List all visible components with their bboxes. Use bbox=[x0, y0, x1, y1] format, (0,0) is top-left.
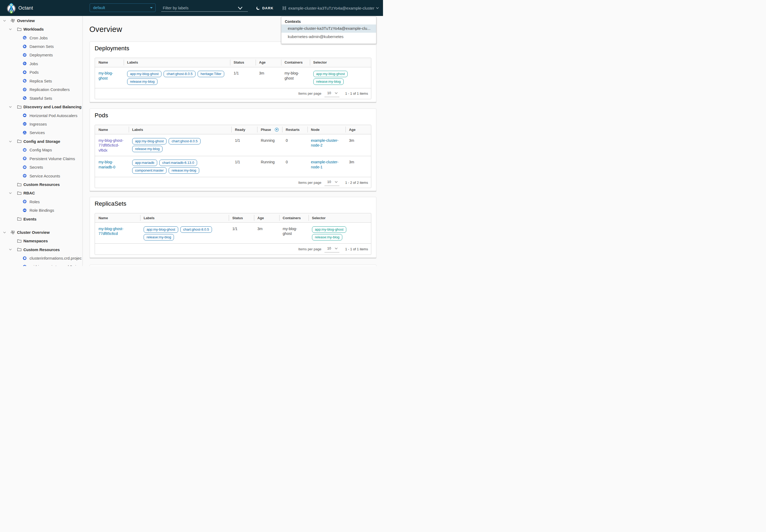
page-size-select[interactable]: 10 bbox=[324, 179, 339, 186]
sidebar-item-roles[interactable]: Roles bbox=[0, 197, 82, 206]
label-chip[interactable]: app:my-blog-ghost bbox=[127, 71, 162, 77]
resource-link[interactable]: my-blog-ghost-77df85c6cd-vf6dx bbox=[98, 138, 127, 153]
replica-sets-icon bbox=[23, 79, 27, 83]
sidebar-item-config-maps[interactable]: Config Maps bbox=[0, 146, 82, 154]
column-header-status[interactable]: Status bbox=[229, 213, 254, 222]
chevron-down-icon[interactable] bbox=[9, 141, 12, 142]
column-header-containers[interactable]: Containers bbox=[279, 213, 309, 222]
table-row[interactable]: my-blog-ghostapp:my-blog-ghostchart:ghos… bbox=[95, 67, 371, 88]
sidebar-item-secrets[interactable]: Secrets bbox=[0, 163, 82, 171]
chevron-down-icon[interactable] bbox=[9, 249, 12, 250]
column-header-selector[interactable]: Selector bbox=[309, 213, 371, 222]
label-chip[interactable]: app:my-blog-ghost bbox=[132, 138, 167, 144]
sidebar-item-overview[interactable]: Overview bbox=[0, 16, 82, 25]
label-chip[interactable]: release:my-blog bbox=[127, 78, 158, 85]
column-header-labels[interactable]: Labels bbox=[124, 58, 230, 67]
label-chip[interactable]: app:my-blog-ghost bbox=[312, 226, 347, 233]
label-chip[interactable]: release:my-blog bbox=[312, 234, 343, 240]
sidebar-item-service-accounts[interactable]: Service Accounts bbox=[0, 172, 82, 180]
column-header-age[interactable]: Age bbox=[256, 58, 281, 67]
column-header-name[interactable]: Name bbox=[95, 213, 140, 222]
sidebar-item-ingresses[interactable]: Ingresses bbox=[0, 120, 82, 128]
context-option[interactable]: example-cluster-ka3TuTzYo4a@example-clu.… bbox=[281, 24, 376, 33]
sidebar-item-horizontal-pod-autoscalers[interactable]: Horizontal Pod Autoscalers bbox=[0, 111, 82, 120]
sidebar-item-events[interactable]: Events bbox=[0, 215, 82, 223]
label-chip[interactable]: app:my-blog-ghost bbox=[144, 226, 178, 233]
resource-link[interactable]: my-blog-mariadb-0 bbox=[98, 160, 127, 169]
folder-icon bbox=[17, 217, 22, 221]
filter-icon[interactable] bbox=[275, 128, 279, 132]
sidebar-item-config-and-storage[interactable]: Config and Storage bbox=[0, 137, 82, 146]
sidebar-item-cluster-overview[interactable]: Cluster Overview bbox=[0, 228, 82, 236]
sidebar-item-cron-jobs[interactable]: Cron Jobs bbox=[0, 34, 82, 42]
context-option[interactable]: kubernetes-admin@kubernetes bbox=[281, 33, 376, 41]
sidebar-item-services[interactable]: Services bbox=[0, 128, 82, 137]
label-chip[interactable]: app:mariadb bbox=[132, 160, 157, 166]
sidebar-item-rbac[interactable]: RBAC bbox=[0, 189, 82, 197]
column-header-name[interactable]: Name bbox=[95, 125, 128, 134]
chevron-down-icon[interactable] bbox=[9, 106, 12, 108]
sidebar-item-persistent-volume-claims[interactable]: Persistent Volume Claims bbox=[0, 154, 82, 163]
context-switcher[interactable]: example-cluster-ka3TuTzYo4a@example-clus… bbox=[282, 0, 379, 16]
cell-age: 3m bbox=[345, 134, 371, 156]
dark-mode-toggle[interactable]: DARK bbox=[256, 0, 273, 16]
column-header-status[interactable]: Status bbox=[230, 58, 256, 67]
sidebar-item-namespaces[interactable]: Namespaces bbox=[0, 236, 82, 245]
column-header-labels[interactable]: Labels bbox=[129, 125, 232, 134]
column-header-age[interactable]: Age bbox=[254, 213, 279, 222]
chevron-down-icon[interactable] bbox=[9, 192, 12, 194]
resource-link[interactable]: my-blog-ghost bbox=[98, 71, 122, 81]
table-row[interactable]: my-blog-mariadb-0app:mariadbchart:mariad… bbox=[95, 156, 371, 177]
column-header-name[interactable]: Name bbox=[95, 58, 123, 67]
label-chip[interactable]: release:my-blog bbox=[169, 167, 199, 174]
chevron-down-icon[interactable] bbox=[3, 232, 6, 233]
sidebar-item-custom-resources[interactable]: Custom Resources bbox=[0, 180, 82, 189]
page-size-select[interactable]: 10 bbox=[324, 90, 339, 97]
page-size-select[interactable]: 10 bbox=[324, 246, 339, 252]
column-header-containers[interactable]: Containers bbox=[281, 58, 310, 67]
column-header-selector[interactable]: Selector bbox=[310, 58, 371, 67]
label-chip[interactable]: release:my-blog bbox=[132, 146, 163, 152]
chevron-down-icon[interactable] bbox=[3, 20, 6, 22]
column-header-labels[interactable]: Labels bbox=[140, 213, 229, 222]
table-row[interactable]: my-blog-ghost-77df85c6cd-vf6dxapp:my-blo… bbox=[95, 134, 371, 156]
chevron-down-icon[interactable] bbox=[9, 28, 12, 30]
column-header-phase[interactable]: Phase bbox=[257, 125, 282, 134]
resource-link[interactable]: example-cluster-node-2 bbox=[311, 138, 344, 148]
role-bindings-icon bbox=[23, 208, 27, 213]
resource-link[interactable]: my-blog-ghost-77df85c6cd bbox=[98, 226, 138, 236]
table-row[interactable]: my-blog-ghost-77df85c6cdapp:my-blog-ghos… bbox=[95, 223, 371, 244]
column-header-node[interactable]: Node bbox=[307, 125, 345, 134]
sidebar-item-discovery-and-load-balancing[interactable]: Discovery and Load Balancing bbox=[0, 102, 82, 111]
label-chip[interactable]: chart:ghost-8.0.5 bbox=[180, 226, 212, 233]
sidebar-item-clusterinformations-crd-projec[interactable]: clusterinformations.crd.projec bbox=[0, 254, 82, 262]
sidebar-item-label: Ingresses bbox=[30, 122, 47, 126]
label-chip[interactable]: component:master bbox=[132, 167, 167, 174]
namespace-select[interactable]: default bbox=[90, 3, 156, 12]
sidebar-item-stateful-sets[interactable]: Stateful Sets bbox=[0, 94, 82, 102]
sidebar-item-workloads[interactable]: Workloads bbox=[0, 25, 82, 33]
sidebar-item-label: Custom Resources bbox=[23, 247, 60, 252]
sidebar-item-csidrivers-csi-storage-k8s-io[interactable]: csidrivers.csi.storage.k8s.io bbox=[0, 263, 82, 266]
sidebar-item-replica-sets[interactable]: Replica Sets bbox=[0, 77, 82, 85]
sidebar-item-deployments[interactable]: Deployments bbox=[0, 51, 82, 59]
label-filter-input[interactable]: Filter by labels bbox=[161, 4, 248, 12]
octant-logo[interactable] bbox=[7, 2, 16, 14]
label-chip[interactable]: app:my-blog-ghost bbox=[313, 71, 348, 77]
label-chip[interactable]: release:my-blog bbox=[144, 234, 174, 240]
label-chip[interactable]: heritage:Tiller bbox=[198, 71, 224, 77]
column-header-restarts[interactable]: Restarts bbox=[282, 125, 307, 134]
label-chip[interactable]: chart:ghost-8.0.5 bbox=[164, 71, 195, 77]
sidebar-item-daemon-sets[interactable]: Daemon Sets bbox=[0, 42, 82, 51]
label-chip[interactable]: release:my-blog bbox=[313, 78, 344, 85]
sidebar-item-role-bindings[interactable]: Role Bindings bbox=[0, 206, 82, 215]
resource-link[interactable]: example-cluster-node-1 bbox=[311, 160, 344, 169]
sidebar-item-pods[interactable]: Pods bbox=[0, 68, 82, 77]
label-chip[interactable]: chart:mariadb-6.13.0 bbox=[159, 160, 197, 166]
sidebar-item-jobs[interactable]: Jobs bbox=[0, 59, 82, 68]
sidebar-item-replication-controllers[interactable]: Replication Controllers bbox=[0, 85, 82, 94]
column-header-age[interactable]: Age bbox=[345, 125, 371, 134]
sidebar-item-custom-resources[interactable]: Custom Resources bbox=[0, 245, 82, 254]
label-chip[interactable]: chart:ghost-8.0.5 bbox=[169, 138, 201, 144]
column-header-ready[interactable]: Ready bbox=[231, 125, 257, 134]
